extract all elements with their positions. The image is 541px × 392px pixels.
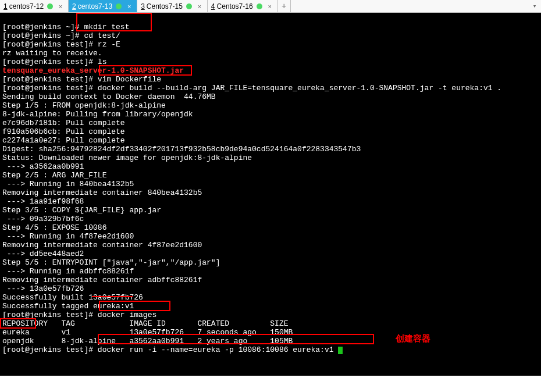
terminal-line: REPOSITORY TAG IMAGE ID CREATED SIZE: [2, 319, 539, 328]
terminal-line: Step 2/5 : ARG JAR_FILE: [2, 171, 539, 180]
close-icon[interactable]: ×: [266, 2, 274, 10]
tab-3[interactable]: 3Centos7-15 ×: [137, 0, 208, 12]
terminal-prompt-line[interactable]: [root@jenkins test]# docker run -i --nam…: [2, 345, 539, 354]
terminal-line: tensquare_eureka_server-1.0-SNAPSHOT.jar: [2, 66, 539, 75]
terminal-line: ---> dd5ee448aed2: [2, 250, 539, 258]
terminal-line: Removing intermediate container 4f87ee2d…: [2, 241, 539, 250]
terminal-line: rz waiting to receive.: [2, 49, 539, 58]
tab-bar: 1centos7-12 × 2centos7-13 × 3Centos7-15 …: [0, 0, 541, 13]
terminal-line: [root@jenkins test]# docker build --buil…: [2, 84, 539, 92]
tab-label-4: 4Centos7-16: [211, 2, 253, 10]
terminal-line: Removing intermediate container adbffc88…: [2, 276, 539, 284]
terminal-line: 8-jdk-alpine: Pulling from library/openj…: [2, 110, 539, 119]
terminal-line: e7c96db7181b: Pull complete: [2, 119, 539, 127]
prompt: [root@jenkins test]#: [2, 345, 98, 354]
terminal-line: ---> 13a0e57fb726: [2, 284, 539, 293]
terminal-line: Digest: sha256:94792824df2df33402f201713…: [2, 145, 539, 154]
terminal-line: Successfully built 13a0e57fb726: [2, 293, 539, 302]
terminal-line: ---> 09a329b7bf6c: [2, 215, 539, 223]
terminal-line: [root@jenkins test]# vim Dockerfile: [2, 75, 539, 84]
tab-label-2: 2centos7-13: [72, 2, 112, 10]
terminal-line: eureka v1 13a0e57fb726 7 seconds ago 150…: [2, 328, 539, 337]
terminal-line: c2274a1a0e27: Pull complete: [2, 136, 539, 145]
terminal-line: [root@jenkins ~]# cd test/: [2, 31, 539, 40]
terminal-line: Successfully tagged eureka:v1: [2, 302, 539, 311]
terminal-line: ---> Running in 840bea4132b5: [2, 180, 539, 188]
close-icon[interactable]: ×: [195, 2, 204, 10]
status-dot-icon: [47, 3, 53, 9]
terminal-line: [root@jenkins ~]# mkdir test: [2, 23, 539, 31]
terminal-line: [root@jenkins test]# rz -E: [2, 40, 539, 49]
terminal-line: ---> 1aa91ef98f68: [2, 197, 539, 206]
terminal-line: Step 1/5 : FROM openjdk:8-jdk-alpine: [2, 101, 539, 110]
status-dot-icon: [116, 3, 122, 9]
tab-1[interactable]: 1centos7-12 ×: [0, 0, 69, 12]
tabbar-spacer: ▾: [291, 0, 541, 12]
terminal-line: Status: Downloaded newer image for openj…: [2, 154, 539, 162]
tab-4[interactable]: 4Centos7-16 ×: [208, 0, 278, 12]
add-tab-button[interactable]: +: [278, 0, 291, 12]
terminal-line: Step 5/5 : ENTRYPOINT ["java","-jar","/a…: [2, 258, 539, 267]
terminal-line: Removing intermediate container 840bea41…: [2, 188, 539, 197]
terminal-line: ---> Running in adbffc88261f: [2, 267, 539, 276]
close-icon[interactable]: ×: [56, 2, 65, 10]
terminal-line: ---> Running in 4f87ee2d1600: [2, 232, 539, 241]
terminal[interactable]: [root@jenkins ~]# mkdir test[root@jenkin…: [0, 13, 541, 376]
terminal-line: f910a506b6cb: Pull complete: [2, 127, 539, 136]
tab-label-3: 3Centos7-15: [141, 2, 183, 10]
command-input[interactable]: docker run -i --name=eureka -p 10086:100…: [98, 345, 338, 354]
terminal-line: [root@jenkins test]# docker images: [2, 311, 539, 319]
cursor-icon: [338, 347, 343, 354]
close-icon[interactable]: ×: [125, 2, 133, 10]
terminal-line: openjdk 8-jdk-alpine a3562aa0b991 2 year…: [2, 337, 539, 345]
status-dot-icon: [257, 3, 262, 9]
tab-menu-button[interactable]: ▾: [528, 2, 541, 10]
tab-2[interactable]: 2centos7-13 ×: [69, 0, 137, 12]
terminal-line: Step 4/5 : EXPOSE 10086: [2, 223, 539, 232]
terminal-line: ---> a3562aa0b991: [2, 162, 539, 171]
status-dot-icon: [186, 3, 192, 9]
tab-label-1: 1centos7-12: [3, 2, 44, 10]
terminal-line: Step 3/5 : COPY ${JAR_FILE} app.jar: [2, 206, 539, 215]
terminal-line: Sending build context to Docker daemon 4…: [2, 92, 539, 101]
terminal-line: [root@jenkins test]# ls: [2, 58, 539, 66]
